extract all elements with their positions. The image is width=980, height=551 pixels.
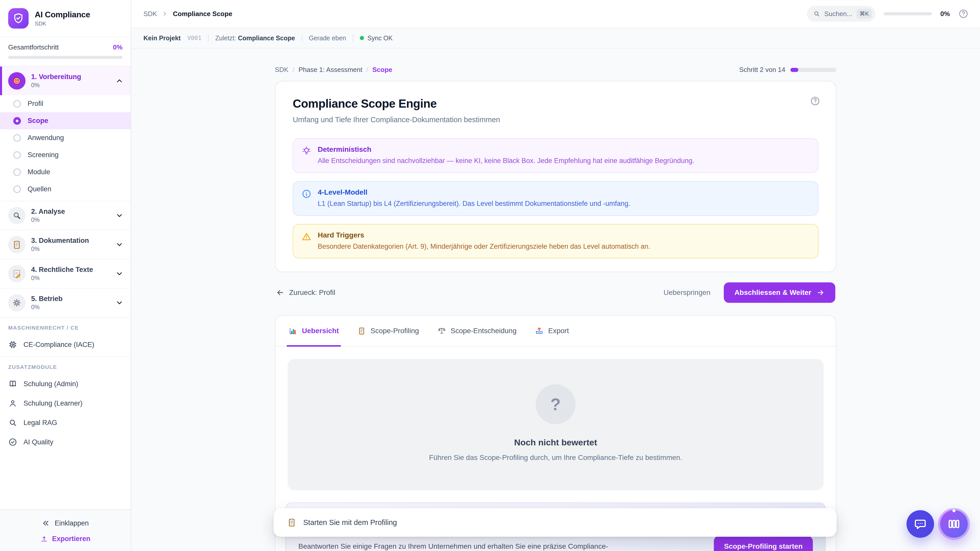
chevron-up-icon bbox=[115, 77, 124, 85]
divider bbox=[302, 35, 302, 41]
callout-4-level-modell: 4-Level-Modell L1 (Lean Startup) bis L4 … bbox=[293, 181, 818, 216]
tab-uebersicht[interactable]: Uebersicht bbox=[289, 316, 339, 346]
search-input[interactable]: Suchen... ⌘K bbox=[807, 6, 876, 22]
breadcrumb: SDK Compliance Scope bbox=[143, 10, 232, 18]
chevron-down-icon bbox=[115, 211, 124, 220]
page-subtitle: Umfang und Tiefe Ihrer Compliance-Dokume… bbox=[293, 116, 818, 124]
last-step-label: Zuletzt: Compliance Scope bbox=[215, 35, 295, 42]
overall-progress-bar bbox=[8, 56, 123, 59]
collapse-sidebar-button[interactable]: Einklappen bbox=[8, 516, 123, 530]
app-logo-row: AI Compliance SDK bbox=[0, 0, 130, 37]
content-scroll-area: SDK / Phase 1: Assessment / Scope Schrit… bbox=[131, 48, 980, 551]
toast-text: Starten Sie mit dem Profiling bbox=[303, 518, 397, 527]
tab-scope-entscheidung[interactable]: Scope-Entscheidung bbox=[438, 316, 517, 346]
page-title: Compliance Scope Engine bbox=[293, 97, 818, 110]
project-name: Kein Projekt bbox=[143, 35, 181, 42]
clipboard-icon bbox=[8, 236, 25, 253]
breadcrumb-phase[interactable]: Phase 1: Assessment bbox=[299, 66, 363, 74]
sidebar-footer: Einklappen Exportieren bbox=[0, 510, 130, 551]
empty-state-panel: ? Noch nicht bewertet Führen Sie das Sco… bbox=[288, 359, 824, 490]
chat-fab-button[interactable] bbox=[907, 510, 934, 538]
hint-toast: Starten Sie mit dem Profiling bbox=[274, 508, 837, 537]
outbox-tray-icon bbox=[535, 327, 544, 335]
sidebar-phase-vorbereitung[interactable]: 1. Vorbereitung 0% bbox=[0, 67, 130, 95]
callout-hard-triggers: Hard Triggers Besondere Datenkategorien … bbox=[293, 224, 818, 259]
bar-chart-icon bbox=[289, 327, 298, 335]
phase-label: 1. Vorbereitung bbox=[31, 73, 110, 81]
sidebar-item-ce-compliance[interactable]: CE-Compliance (IACE) bbox=[0, 335, 130, 354]
arrow-left-icon bbox=[276, 288, 285, 297]
back-button[interactable]: Zurueck: Profil bbox=[276, 288, 335, 297]
clipboard-icon bbox=[357, 327, 366, 335]
breadcrumb-root[interactable]: SDK bbox=[143, 10, 157, 18]
shield-check-icon bbox=[8, 8, 29, 29]
app-window: AI Compliance SDK Gesamtfortschritt 0% 1… bbox=[0, 0, 980, 551]
top-bar: SDK Compliance Scope Suchen... ⌘K 0% bbox=[131, 0, 980, 28]
sidebar-item-anwendung[interactable]: Anwendung bbox=[0, 129, 130, 146]
chat-bubble-icon bbox=[913, 517, 927, 531]
chevron-down-icon bbox=[115, 270, 124, 278]
start-profiling-button[interactable]: Scope-Profiling starten bbox=[714, 536, 813, 551]
sidebar-phase-analyse[interactable]: 2. Analyse 0% bbox=[0, 201, 130, 230]
radio-icon bbox=[13, 134, 21, 142]
panel-toggle-fab-button[interactable] bbox=[939, 509, 969, 539]
chevron-right-icon bbox=[162, 11, 168, 17]
radio-icon bbox=[13, 168, 21, 176]
cta-text: Beantworten Sie einige Fragen zu Ihrem U… bbox=[298, 542, 702, 551]
version-badge: V001 bbox=[187, 35, 201, 41]
phase-nav: 1. Vorbereitung 0% Profil Scope Anwendun… bbox=[0, 67, 130, 318]
sync-status: Sync OK bbox=[360, 35, 393, 42]
book-icon bbox=[8, 380, 18, 389]
sidebar: AI Compliance SDK Gesamtfortschritt 0% 1… bbox=[0, 0, 131, 551]
skip-button[interactable]: Ueberspringen bbox=[663, 289, 711, 297]
breadcrumb-current: Compliance Scope bbox=[173, 10, 232, 18]
tab-bar: Uebersicht Scope-Profiling Scope-Entsche… bbox=[275, 316, 836, 347]
tab-export[interactable]: Export bbox=[535, 316, 569, 346]
radio-selected-icon bbox=[13, 117, 21, 125]
sidebar-item-quellen[interactable]: Quellen bbox=[0, 181, 130, 198]
sidebar-phase-dokumentation[interactable]: 3. Dokumentation 0% bbox=[0, 230, 130, 259]
step-indicator: Schritt 2 von 14 bbox=[739, 66, 836, 74]
sidebar-item-scope[interactable]: Scope bbox=[0, 112, 130, 129]
sidebar-phase-betrieb[interactable]: 5. Betrieb 0% bbox=[0, 289, 130, 318]
divider bbox=[353, 35, 353, 41]
scales-icon bbox=[438, 327, 446, 335]
upload-icon bbox=[40, 535, 48, 543]
notification-dot bbox=[953, 509, 956, 512]
page-breadcrumb: SDK / Phase 1: Assessment / Scope bbox=[275, 66, 392, 74]
overall-progress-value: 0% bbox=[113, 43, 123, 51]
sidebar-item-screening[interactable]: Screening bbox=[0, 146, 130, 164]
memo-pencil-icon bbox=[8, 265, 25, 283]
sidebar-item-profil[interactable]: Profil bbox=[0, 95, 130, 112]
arrow-right-icon bbox=[816, 289, 824, 297]
section-label-maschinenrecht: MASCHINENRECHT / CE bbox=[0, 318, 130, 335]
header-progress-bar bbox=[883, 12, 932, 15]
help-icon[interactable] bbox=[810, 96, 821, 106]
sidebar-item-ai-quality[interactable]: AI Quality bbox=[0, 432, 130, 452]
magnifier-icon bbox=[8, 207, 25, 224]
columns-icon bbox=[947, 517, 961, 531]
overall-progress: Gesamtfortschritt 0% bbox=[0, 37, 130, 67]
radio-icon bbox=[13, 100, 21, 108]
gear-icon bbox=[8, 294, 25, 311]
clipboard-icon bbox=[287, 518, 297, 527]
lightbulb-icon bbox=[301, 146, 312, 156]
target-icon bbox=[8, 72, 25, 89]
sidebar-item-legal-rag[interactable]: Legal RAG bbox=[0, 413, 130, 432]
help-icon[interactable] bbox=[958, 8, 969, 19]
complete-next-button[interactable]: Abschliessen & Weiter bbox=[724, 283, 835, 303]
sidebar-item-schulung-admin[interactable]: Schulung (Admin) bbox=[0, 374, 130, 394]
breadcrumb-scope: Scope bbox=[372, 66, 392, 74]
empty-state-text: Führen Sie das Scope-Profiling durch, um… bbox=[429, 454, 682, 462]
tab-scope-profiling[interactable]: Scope-Profiling bbox=[357, 316, 419, 346]
check-circle-icon bbox=[8, 437, 18, 447]
sidebar-item-schulung-learner[interactable]: Schulung (Learner) bbox=[0, 394, 130, 413]
sync-ok-dot bbox=[360, 36, 364, 40]
divider bbox=[208, 35, 208, 41]
chevron-down-icon bbox=[115, 299, 124, 307]
callout-deterministisch: Deterministisch Alle Entscheidungen sind… bbox=[293, 138, 818, 173]
sidebar-item-module[interactable]: Module bbox=[0, 164, 130, 181]
export-button[interactable]: Exportieren bbox=[8, 530, 123, 544]
sidebar-phase-rechtliche-texte[interactable]: 4. Rechtliche Texte 0% bbox=[0, 259, 130, 289]
breadcrumb-sdk[interactable]: SDK bbox=[275, 66, 288, 74]
